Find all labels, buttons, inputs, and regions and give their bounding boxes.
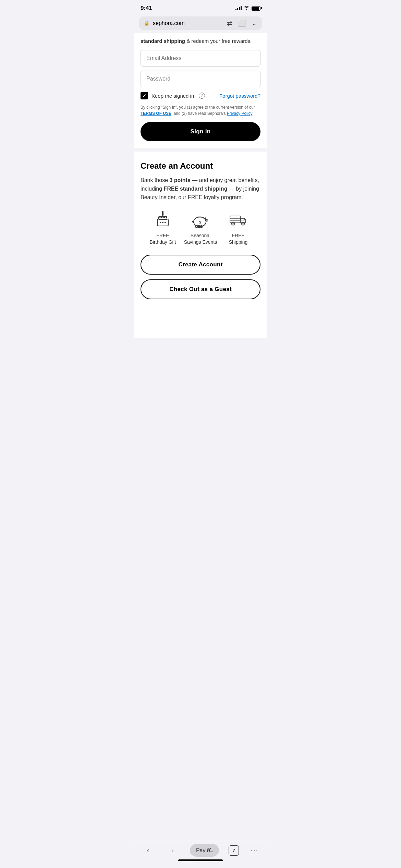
privacy-policy-link[interactable]: Privacy Policy xyxy=(227,111,253,116)
svg-point-1 xyxy=(162,211,163,213)
birthday-cake-icon xyxy=(154,211,172,229)
points-bold: 3 points xyxy=(170,177,191,183)
forgot-password-link[interactable]: Forgot password? xyxy=(219,93,260,99)
status-bar: 9:41 xyxy=(134,0,267,14)
svg-point-22 xyxy=(233,223,234,224)
status-time: 9:41 xyxy=(141,5,152,12)
benefit-shipping: FREEShipping xyxy=(221,211,255,245)
guest-checkout-button[interactable]: Check Out as a Guest xyxy=(141,279,260,299)
sign-in-button[interactable]: Sign In xyxy=(141,122,260,141)
chevron-down-button[interactable]: ⌄ xyxy=(252,19,257,27)
keep-signed-left: ✓ Keep me signed in i xyxy=(141,92,205,99)
keep-signed-checkbox[interactable]: ✓ xyxy=(141,92,148,99)
signin-section: standard shipping & redeem your free rew… xyxy=(134,33,267,148)
signal-icon xyxy=(235,6,242,10)
lock-icon: 🔒 xyxy=(144,21,149,26)
delivery-truck-icon xyxy=(229,211,247,229)
url-bar-container: 🔒 sephora.com ⇄ ⬜ ⌄ xyxy=(134,14,267,33)
url-bar[interactable]: 🔒 sephora.com ⇄ ⬜ ⌄ xyxy=(139,16,262,30)
create-account-desc: Bank those 3 points — and enjoy great be… xyxy=(141,176,260,202)
benefits-row: FREEBirthday Gift xyxy=(141,211,260,245)
benefit-birthday: FREEBirthday Gift xyxy=(146,211,180,245)
piggy-bank-icon: $ xyxy=(192,211,209,229)
main-content: standard shipping & redeem your free rew… xyxy=(134,33,267,338)
svg-point-24 xyxy=(243,223,244,224)
section-divider xyxy=(134,148,267,152)
promo-bold: standard shipping xyxy=(141,38,185,44)
info-icon[interactable]: i xyxy=(199,93,205,99)
keep-signed-label: Keep me signed in xyxy=(151,93,194,99)
shipping-bold: FREE standard shipping xyxy=(164,186,228,192)
svg-text:$: $ xyxy=(199,220,201,224)
svg-point-5 xyxy=(160,222,161,223)
benefit-savings: $ SeasonalSavings Events xyxy=(183,211,218,245)
url-bar-actions: ⇄ ⬜ ⌄ xyxy=(227,19,257,27)
create-account-title: Create an Account xyxy=(141,161,260,171)
checkmark-icon: ✓ xyxy=(142,93,146,98)
bookmark-button[interactable]: ⬜ xyxy=(238,19,246,27)
create-account-button[interactable]: Create Account xyxy=(141,255,260,275)
url-text[interactable]: sephora.com xyxy=(153,20,223,26)
svg-point-11 xyxy=(206,220,207,221)
shipping-label: FREEShipping xyxy=(229,232,248,245)
terms-of-use-link[interactable]: TERMS OF USE xyxy=(141,111,171,116)
svg-point-6 xyxy=(162,222,163,223)
reload-button[interactable]: ⇄ xyxy=(227,19,232,27)
savings-label: SeasonalSavings Events xyxy=(184,232,217,245)
battery-icon xyxy=(252,6,260,11)
create-account-section: Create an Account Bank those 3 points — … xyxy=(134,152,267,308)
svg-rect-20 xyxy=(230,216,240,223)
status-icons xyxy=(235,5,260,11)
page-bottom-spacer xyxy=(134,308,267,338)
keep-signed-row: ✓ Keep me signed in i Forgot password? xyxy=(141,92,260,99)
wifi-icon xyxy=(244,5,250,11)
birthday-label: FREEBirthday Gift xyxy=(149,232,176,245)
terms-text: By clicking "Sign In", you (1) agree to … xyxy=(141,104,260,117)
email-input[interactable] xyxy=(141,50,260,67)
password-input[interactable] xyxy=(141,71,260,87)
svg-point-7 xyxy=(165,222,166,223)
svg-point-12 xyxy=(207,220,207,221)
promo-text: standard shipping & redeem your free rew… xyxy=(141,37,260,45)
